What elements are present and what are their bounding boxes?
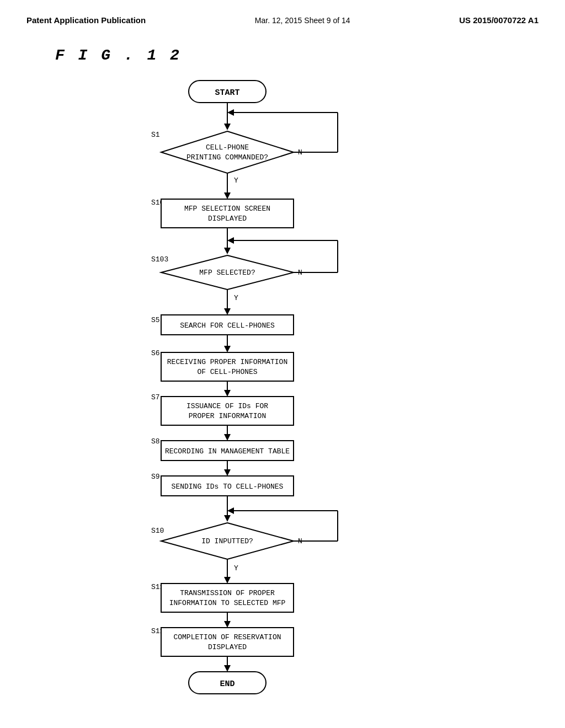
header-left: Patent Application Publication [26,15,146,25]
step-s8-label: S8 [151,437,160,446]
svg-marker-14 [224,248,231,254]
svg-marker-25 [224,390,231,397]
svg-rect-45 [161,628,294,656]
s1-text1: CELL-PHONE [206,143,249,152]
s112-text1: COMPLETION OF RESERVATION [173,633,281,641]
s6-text1: RECEIVING PROPER INFORMATION [167,358,287,366]
s102-text2: DISPLAYED [208,215,247,223]
svg-marker-13 [227,237,234,244]
flowchart-svg: START S1 CELL-PHONE PRINTING COMMANDED? … [45,75,431,682]
svg-rect-23 [161,352,294,381]
step-s10-label: S10 [151,527,164,535]
page-header: Patent Application Publication Mar. 12, … [0,0,565,30]
step-s6-label: S6 [151,349,160,357]
step-s5-label: S5 [151,316,160,324]
svg-marker-28 [224,434,231,441]
svg-rect-10 [161,199,294,228]
fig-label: F I G . 1 2 [0,30,565,75]
flowchart: START S1 CELL-PHONE PRINTING COMMANDED? … [45,75,520,684]
svg-marker-2 [224,124,231,130]
svg-marker-19 [224,308,231,315]
step-s1-label: S1 [151,131,160,139]
step-s9-label: S9 [151,473,160,481]
svg-marker-22 [224,346,231,352]
svg-marker-47 [224,665,231,672]
svg-rect-26 [161,397,294,425]
s112-text2: DISPLAYED [208,643,247,651]
s8-text: RECORDING IN MANAGEMENT TABLE [165,447,290,456]
svg-marker-7 [227,109,234,116]
step-s103-label: S103 [151,255,168,264]
start-label: START [215,88,239,98]
s6-text2: OF CELL-PHONES [197,368,257,376]
s7-text1: ISSUANCE OF IDs FOR [186,402,268,410]
s103-y-label: Y [234,294,238,302]
svg-marker-31 [224,469,231,476]
s1-text2: PRINTING COMMANDED? [186,153,268,162]
svg-marker-9 [224,192,231,199]
header-right: US 2015/0070722 A1 [459,15,539,25]
svg-marker-36 [224,515,231,522]
step-s7-label: S7 [151,393,160,402]
s103-text: MFP SELECTED? [199,269,255,277]
s111-text2: INFORMATION TO SELECTED MFP [169,599,286,607]
end-label: END [220,679,234,689]
svg-marker-3 [161,131,294,173]
s9-text: SENDING IDs TO CELL-PHONES [172,483,284,491]
header-center: Mar. 12, 2015 Sheet 9 of 14 [255,16,350,25]
svg-marker-41 [224,577,231,584]
svg-rect-42 [161,584,294,612]
svg-marker-44 [224,621,231,628]
s5-text: SEARCH FOR CELL-PHONES [180,322,275,330]
s10-text: ID INPUTTED? [201,537,253,545]
s1-y-label: Y [234,176,238,185]
s7-text2: PROPER INFORMATION [189,412,266,420]
svg-marker-35 [227,507,234,514]
s102-text1: MFP SELECTION SCREEN [184,205,270,213]
s10-y-label: Y [234,564,238,572]
s111-text1: TRANSMISSION OF PROPER [180,589,275,597]
